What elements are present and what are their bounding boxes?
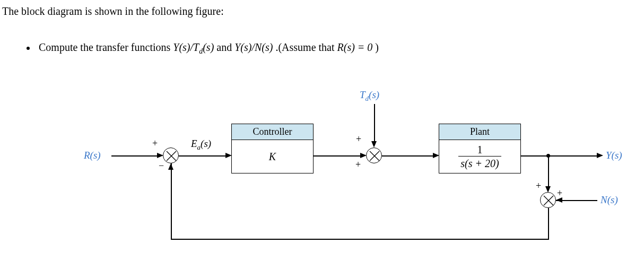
plus-sign: + <box>356 134 361 145</box>
label-R: R(s) <box>84 150 101 161</box>
wire <box>111 155 158 157</box>
controller-body: K <box>232 140 313 173</box>
block-diagram: R(s) + − Ea(s) Controller K + + Td(s) <box>0 85 644 271</box>
arrow-icon <box>597 153 603 158</box>
wire <box>171 239 549 240</box>
wire <box>382 155 434 157</box>
summing-junction-2 <box>366 147 382 163</box>
plant-block: Plant 1 s(s + 20) <box>439 124 521 173</box>
wire <box>374 104 375 142</box>
wire <box>179 155 227 157</box>
plus-sign: + <box>355 159 361 170</box>
plant-header: Plant <box>439 124 520 140</box>
label-Ea: Ea(s) <box>191 138 211 152</box>
plus-sign: + <box>152 138 158 149</box>
summing-junction-1 <box>163 147 179 163</box>
label-Y: Y(s) <box>606 150 622 161</box>
plus-sign: + <box>536 180 541 192</box>
intro-text: The block diagram is shown in the follow… <box>2 5 224 18</box>
controller-block: Controller K <box>231 124 314 173</box>
wire <box>548 155 549 187</box>
bullet-item: Compute the transfer functions Y(s)/Td(s… <box>27 41 379 56</box>
summing-junction-3 <box>540 192 556 208</box>
arrow-icon <box>168 163 173 170</box>
wire <box>171 163 172 239</box>
label-Td: Td(s) <box>360 89 379 103</box>
minus-sign: − <box>159 160 164 171</box>
wire <box>314 155 361 157</box>
wire <box>521 155 598 157</box>
arrow-icon <box>556 197 562 203</box>
label-N: N(s) <box>601 194 618 206</box>
controller-header: Controller <box>232 124 313 140</box>
arrow-icon <box>371 141 377 147</box>
wire <box>548 208 549 239</box>
plant-body: 1 s(s + 20) <box>439 140 520 173</box>
